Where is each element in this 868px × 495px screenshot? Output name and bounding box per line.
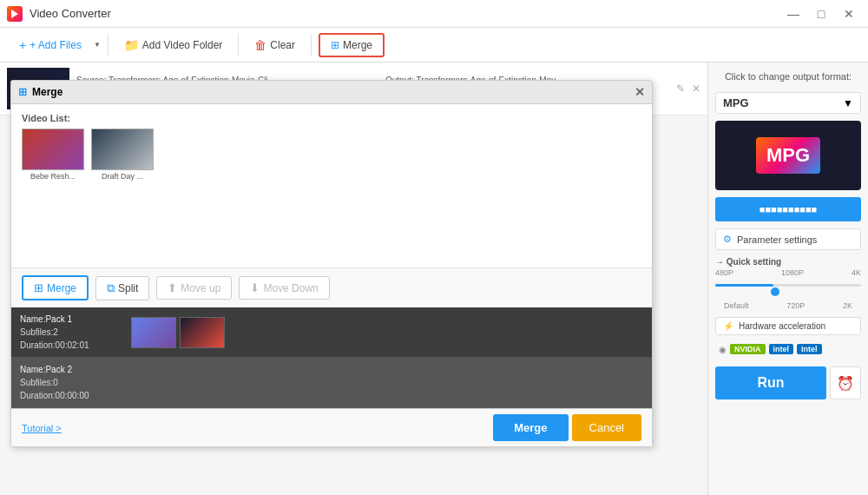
quality-labels-top: 480P 1080P 4K <box>715 268 861 277</box>
video-list-label: Video List: <box>22 113 641 123</box>
dialog-movedown-btn[interactable]: ⬇ Move Down <box>239 276 329 300</box>
format-hint: Click to change output format: <box>715 71 861 82</box>
dialog-header: ⊞ Merge ✕ <box>11 81 652 104</box>
plus-icon: + <box>19 38 26 52</box>
dialog-footer: Tutorial > Merge Cancel <box>11 408 652 446</box>
minimize-btn[interactable]: — <box>781 5 806 23</box>
titlebar: Video Converter — □ ✕ <box>0 0 868 28</box>
dialog-body: Video List: Bebe Resh... Draft Day ... <box>11 104 652 267</box>
quality-bar <box>715 284 861 287</box>
video-thumb-1 <box>22 129 84 170</box>
add-files-button[interactable]: + + Add Files <box>10 34 90 56</box>
nvidia-badge: NVIDIA <box>730 344 766 354</box>
video-label-2: Draft Day ... <box>91 172 154 181</box>
movedown-icon: ⬇ <box>250 281 260 294</box>
hw-icon: ⚡ <box>723 321 733 331</box>
dialog-split-btn[interactable]: ⧉ Split <box>95 276 149 300</box>
main-toolbar: + + Add Files ▼ 📁 Add Video Folder 🗑 Cle… <box>0 28 868 63</box>
hw-badges: ◉ NVIDIA intel Intel <box>715 342 861 356</box>
trash-icon: 🗑 <box>254 38 266 52</box>
dialog-close-btn[interactable]: ✕ <box>635 85 645 99</box>
merge-dialog: ⊞ Merge ✕ Video List: Bebe Resh... <box>10 80 653 447</box>
video-thumb-2 <box>91 129 154 170</box>
quality-track[interactable] <box>715 284 861 301</box>
window-controls: — □ ✕ <box>781 5 861 23</box>
arrow-icon: → <box>715 257 724 267</box>
format-preview: MPG <box>715 121 861 190</box>
dropdown-chevron: ▼ <box>843 97 853 109</box>
video-img-1 <box>23 129 83 169</box>
format-selected-label: MPG <box>723 96 749 109</box>
alarm-icon: ⏰ <box>837 375 854 392</box>
clear-button[interactable]: 🗑 Clear <box>246 34 304 56</box>
svg-marker-0 <box>11 10 18 18</box>
param-settings-btn[interactable]: ⚙ Parameter settings <box>715 228 861 250</box>
add-folder-button[interactable]: 📁 Add Video Folder <box>115 34 232 56</box>
pack1-thumbs <box>131 317 225 348</box>
divider3 <box>311 35 312 56</box>
pack-thumb-1a <box>131 317 176 348</box>
pack1-info: Name:Pack 1 Subfiles:2 Duration:00:02:01 <box>20 313 124 352</box>
video-label-1: Bebe Resh... <box>22 172 84 181</box>
center-panel: Source: Transformers-Age-of-Extinction-M… <box>0 63 707 495</box>
divider1 <box>108 35 108 56</box>
quality-dot <box>771 287 779 296</box>
intel-badge2: Intel <box>797 344 822 354</box>
moveup-icon: ⬆ <box>168 281 177 294</box>
maximize-btn[interactable]: □ <box>809 5 833 23</box>
file-close-btn[interactable]: ✕ <box>692 82 700 95</box>
output-bar[interactable]: ■■■■■■■■■■ <box>715 197 861 221</box>
run-btn-area: Run ⏰ <box>715 366 861 399</box>
pack-item-1[interactable]: Name:Pack 1 Subfiles:2 Duration:00:02:01 <box>11 307 652 358</box>
dialog-spacer <box>22 189 641 259</box>
main-area: Source: Transformers-Age-of-Extinction-M… <box>0 63 868 495</box>
dialog-toolbar: ⊞ Merge ⧉ Split ⬆ Move up ⬇ Move Down <box>11 267 652 307</box>
dropdown-arrow[interactable]: ▼ <box>94 41 101 49</box>
merge-icon-small: ⊞ <box>34 281 43 294</box>
gpu-icon: ◉ <box>719 345 727 354</box>
intel-badge1: intel <box>769 344 794 354</box>
split-icon: ⧉ <box>107 281 115 295</box>
dialog-merge-icon: ⊞ <box>18 86 27 98</box>
pack-list: Name:Pack 1 Subfiles:2 Duration:00:02:01 <box>11 307 652 408</box>
hw-accel-section: ⚡ Hardware acceleration <box>715 317 861 335</box>
edit-icon[interactable]: ✎ <box>676 82 685 95</box>
dialog-merge-btn[interactable]: ⊞ Merge <box>22 275 89 300</box>
cancel-footer-btn[interactable]: Cancel <box>572 414 641 441</box>
merge-icon: ⊞ <box>331 39 339 51</box>
alarm-button[interactable]: ⏰ <box>830 366 861 399</box>
tutorial-link[interactable]: Tutorial > <box>22 423 62 433</box>
video-list: Bebe Resh... Draft Day ... <box>22 129 641 181</box>
mpg-badge: MPG <box>756 137 820 174</box>
dialog-moveup-btn[interactable]: ⬆ Move up <box>156 276 232 300</box>
format-selector[interactable]: MPG ▼ <box>715 92 861 114</box>
folder-icon: 📁 <box>124 38 139 52</box>
param-icon: ⚙ <box>723 234 732 245</box>
close-btn[interactable]: ✕ <box>837 5 861 23</box>
pack-item-2[interactable]: Name:Pack 2 Subfiles:0 Duration:00:00:00 <box>11 358 652 408</box>
app-icon <box>7 6 23 22</box>
quality-labels-bottom: Default 720P 2K <box>715 301 861 310</box>
pack2-info: Name:Pack 2 Subfiles:0 Duration:00:00:00 <box>20 363 124 402</box>
quick-setting-section: → Quick setting 480P 1080P 4K Default 72… <box>715 257 861 310</box>
app-title: Video Converter <box>30 7 774 20</box>
merge-footer-btn[interactable]: Merge <box>493 414 568 441</box>
video-img-2 <box>92 129 153 169</box>
run-button[interactable]: Run <box>715 366 826 399</box>
divider2 <box>238 35 239 56</box>
video-thumb-item-2[interactable]: Draft Day ... <box>91 129 154 181</box>
quick-setting-label: → Quick setting <box>715 257 861 267</box>
output-bar-label: ■■■■■■■■■■ <box>760 204 817 214</box>
video-thumb-item-1[interactable]: Bebe Resh... <box>22 129 84 181</box>
merge-toolbar-button[interactable]: ⊞ Merge <box>319 33 385 57</box>
pack-thumb-1b <box>180 317 225 348</box>
right-panel: Click to change output format: MPG ▼ MPG… <box>707 63 868 495</box>
